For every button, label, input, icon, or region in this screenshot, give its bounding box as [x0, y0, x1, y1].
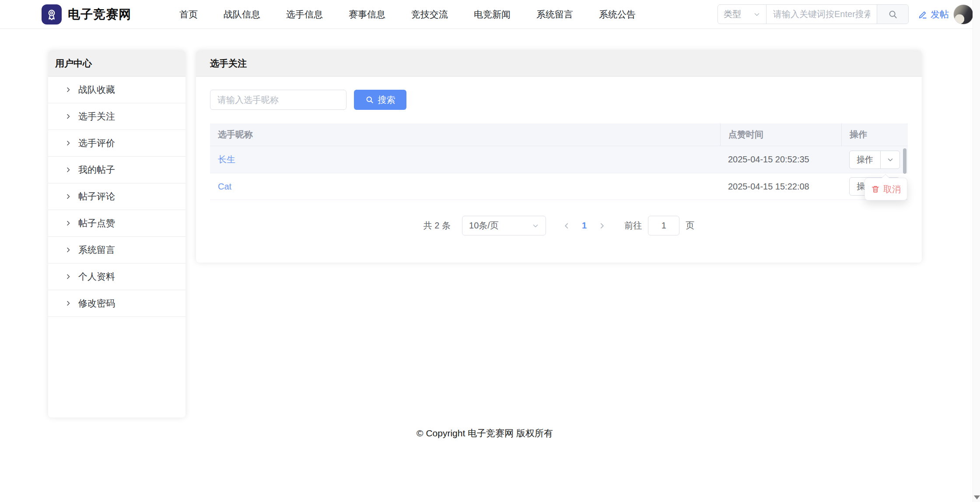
sidebar-item-post-likes[interactable]: 帖子点赞	[48, 210, 186, 237]
topbar: 电子竞赛网 首页 战队信息 选手信息 赛事信息 竞技交流 电竞新闻 系统留言 系…	[0, 0, 980, 29]
page-size-select[interactable]: 10条/页	[462, 216, 546, 235]
type-select-value: 类型	[724, 8, 741, 20]
sidebar-item-label: 帖子评论	[78, 190, 115, 203]
table-header: 选手昵称 点赞时间 操作	[210, 123, 908, 146]
topbar-right: 类型 发帖	[718, 4, 973, 25]
sidebar-item-team-favorites[interactable]: 战队收藏	[48, 77, 186, 103]
like-time: 2025-04-15 20:52:35	[720, 154, 841, 165]
sidebar-title: 用户中心	[48, 50, 186, 77]
chevron-right-icon	[65, 246, 72, 253]
nav-item-announcements[interactable]: 系统公告	[599, 8, 636, 21]
player-follow-panel: 选手关注 搜索 选手昵称 点赞时间 操作 长生	[196, 50, 922, 263]
search-icon	[365, 95, 374, 104]
action-split-button: 操作	[849, 151, 900, 169]
nav-item-teams[interactable]: 战队信息	[224, 8, 260, 21]
nav-item-messages[interactable]: 系统留言	[536, 8, 573, 21]
footer-copyright: © Copyright 电子竞赛网 版权所有	[416, 427, 553, 439]
chevron-right-icon	[65, 193, 72, 200]
keyword-search-button[interactable]	[877, 5, 908, 24]
sidebar-item-label: 帖子点赞	[78, 217, 115, 229]
main-nav: 首页 战队信息 选手信息 赛事信息 竞技交流 电竞新闻 系统留言 系统公告	[179, 8, 636, 21]
user-center-sidebar: 用户中心 战队收藏 选手关注 选手评价 我的帖子 帖子评论 帖子点赞 系统留言	[48, 50, 186, 418]
nav-item-players[interactable]: 选手信息	[286, 8, 323, 21]
goto-label: 前往	[624, 220, 642, 232]
sidebar-item-my-posts[interactable]: 我的帖子	[48, 157, 186, 183]
pagination: 共 2 条 10条/页 1 前往 页	[210, 216, 908, 235]
cancel-menu-item[interactable]: 取消	[883, 183, 901, 195]
chevron-right-icon	[65, 273, 72, 280]
page-unit-label: 页	[686, 220, 694, 232]
sidebar-item-change-password[interactable]: 修改密码	[48, 290, 186, 317]
player-link[interactable]: Cat	[218, 182, 231, 191]
nav-item-forum[interactable]: 竞技交流	[411, 8, 448, 21]
chevron-down-icon[interactable]	[880, 151, 900, 169]
sidebar-item-system-messages[interactable]: 系统留言	[48, 237, 186, 263]
sidebar-item-label: 我的帖子	[78, 164, 115, 176]
chevron-right-icon	[65, 86, 72, 93]
chevron-right-icon	[65, 113, 72, 120]
brand-title: 电子竞赛网	[68, 6, 131, 23]
chevron-right-icon	[65, 300, 72, 307]
goto-page-input[interactable]	[648, 216, 679, 235]
player-nickname-input[interactable]	[210, 90, 346, 110]
sidebar-item-label: 修改密码	[78, 297, 115, 309]
sidebar-title-label: 用户中心	[55, 57, 92, 70]
column-header-nickname: 选手昵称	[210, 129, 720, 140]
nav-item-events[interactable]: 赛事信息	[349, 8, 385, 21]
sidebar-item-player-reviews[interactable]: 选手评价	[48, 130, 186, 157]
page-content: 用户中心 战队收藏 选手关注 选手评价 我的帖子 帖子评论 帖子点赞 系统留言	[0, 29, 980, 418]
sidebar-item-label: 选手评价	[78, 137, 115, 149]
user-avatar[interactable]	[953, 4, 973, 25]
panel-title-label: 选手关注	[210, 57, 247, 70]
player-search-row: 搜索	[210, 90, 908, 110]
sidebar-item-profile[interactable]: 个人资料	[48, 263, 186, 290]
sidebar-item-label: 个人资料	[78, 270, 115, 283]
action-dropdown-menu: 取消	[864, 178, 907, 200]
pagination-total: 共 2 条	[424, 220, 451, 232]
chevron-right-icon	[65, 220, 72, 227]
sidebar-item-player-follow[interactable]: 选手关注	[48, 103, 186, 130]
column-header-action: 操作	[841, 123, 908, 146]
post-link[interactable]: 发帖	[918, 8, 949, 21]
chevron-down-icon	[753, 11, 760, 18]
sidebar-item-label: 系统留言	[78, 244, 115, 256]
search-icon	[888, 10, 898, 19]
brand-logo[interactable]: 电子竞赛网	[42, 4, 131, 25]
column-header-time: 点赞时间	[720, 123, 841, 146]
panel-title: 选手关注	[196, 50, 922, 77]
chevron-down-icon	[532, 222, 539, 229]
trash-icon	[871, 185, 880, 193]
like-time: 2025-04-15 15:22:08	[720, 182, 841, 192]
search-button-label: 搜索	[378, 94, 396, 106]
page-size-value: 10条/页	[469, 220, 499, 232]
type-select[interactable]: 类型	[718, 5, 766, 24]
browser-scrollbar[interactable]	[973, 0, 980, 502]
edit-pencil-icon	[918, 10, 928, 19]
action-button[interactable]: 操作	[850, 151, 880, 169]
sidebar-item-post-comments[interactable]: 帖子评论	[48, 183, 186, 210]
down-arrow-icon[interactable]	[974, 495, 980, 499]
nav-item-news[interactable]: 电竞新闻	[474, 8, 511, 21]
sidebar-item-label: 选手关注	[78, 110, 115, 123]
panel-body: 搜索 选手昵称 点赞时间 操作 长生 2025-04-15 20:52:35 操…	[196, 77, 922, 235]
nav-item-home[interactable]: 首页	[179, 8, 198, 21]
table-row: Cat 2025-04-15 15:22:08 操作	[210, 173, 908, 200]
post-link-label: 发帖	[931, 8, 949, 21]
sidebar-item-label: 战队收藏	[78, 84, 115, 96]
table-scrollbar-thumb[interactable]	[903, 148, 906, 174]
page-number-current[interactable]: 1	[582, 221, 587, 231]
search-button[interactable]: 搜索	[354, 90, 406, 110]
table-row: 长生 2025-04-15 20:52:35 操作	[210, 146, 908, 173]
keyword-search-input[interactable]	[766, 5, 877, 24]
player-link[interactable]: 长生	[218, 154, 235, 164]
next-page-button[interactable]	[598, 222, 606, 230]
follow-table: 选手昵称 点赞时间 操作 长生 2025-04-15 20:52:35 操作	[210, 123, 908, 200]
chevron-right-icon	[65, 166, 72, 173]
chevron-right-icon	[65, 140, 72, 147]
header-search-group: 类型	[718, 4, 909, 24]
prev-page-button[interactable]	[563, 222, 570, 230]
medal-icon	[42, 4, 62, 25]
